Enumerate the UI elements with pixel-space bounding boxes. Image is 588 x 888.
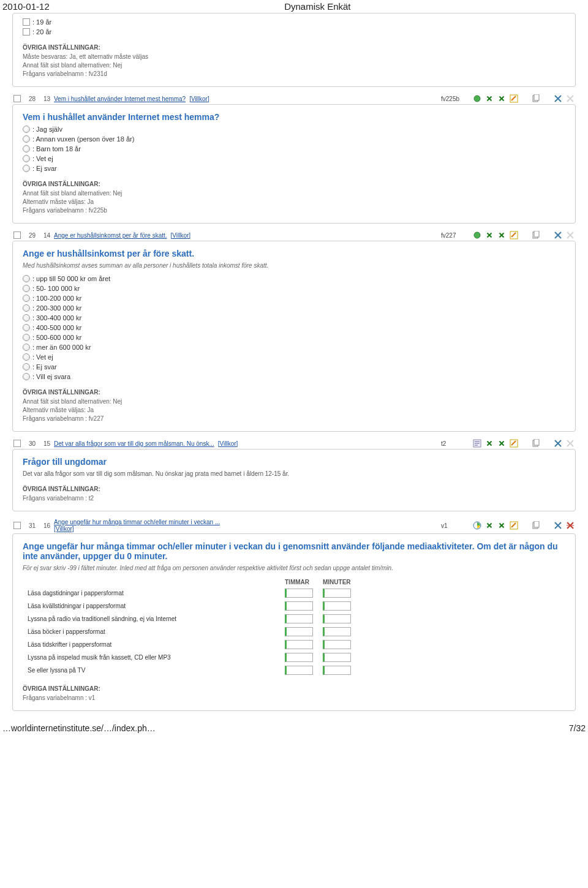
matrix-row-label: Se eller lyssna på TV [23,664,280,677]
copy-icon[interactable] [532,94,540,103]
radio-icon[interactable] [23,145,30,152]
hours-input[interactable] [285,589,313,598]
condition-link[interactable]: [Villkor] [189,96,209,102]
option-label: : Vet ej [32,353,53,361]
radio-icon[interactable] [23,304,30,312]
edit-icon[interactable] [510,439,518,448]
table-row: Läsa tidskrifter i pappersformat [23,638,356,651]
condition-link[interactable]: [Villkor] [171,232,191,239]
radio-icon[interactable] [23,155,30,162]
edit-icon[interactable] [510,94,518,103]
question-row: 30 15 Det var alla frågor som var till d… [12,438,576,449]
question-index: 30 [24,440,36,447]
radio-icon[interactable] [23,314,30,322]
option-label: : 500-600 000 kr [32,334,81,341]
question-link[interactable]: Ange er hushållsinkomst per år före skat… [54,232,167,239]
radio-icon[interactable] [23,334,30,341]
move-down-icon[interactable] [497,439,506,448]
minutes-input[interactable] [323,640,351,649]
move-down-icon[interactable] [497,521,506,530]
condition-link[interactable]: [Villkor] [54,525,220,532]
radio-icon[interactable] [23,363,30,371]
question-link[interactable]: Vem i hushållet använder Internet mest h… [54,96,186,102]
option-label: : Annan vuxen (person över 18 år) [32,135,134,143]
minutes-input[interactable] [323,666,351,675]
question-index: 29 [24,232,36,239]
checkbox-icon[interactable] [23,28,30,36]
minutes-input[interactable] [323,614,351,623]
minutes-input[interactable] [323,589,351,598]
radio-icon[interactable] [23,285,30,292]
question-heading: Frågor till ungdomar [23,457,565,467]
option-label: : Ej svar [32,363,57,371]
delete-icon[interactable] [554,521,562,530]
list-item: : Annan vuxen (person över 18 år) [23,135,565,143]
checkbox-icon[interactable] [23,18,30,26]
svg-rect-14 [534,439,539,445]
question-row: 28 13 Vem i hushållet använder Internet … [12,93,576,104]
matrix-row-label: Lyssna på radio via traditionell sändnin… [23,612,280,625]
select-checkbox[interactable] [13,440,21,447]
settings-heading: ÖVRIGA INSTÄLLNINGAR: [23,44,565,51]
select-checkbox[interactable] [13,231,21,239]
question-link[interactable]: Ange ungefär hur många timmar och/eller … [54,519,220,525]
matrix-table: TIMMAR MINUTER Läsa dagstidningar i papp… [23,578,356,677]
hours-input[interactable] [285,601,313,611]
list-item: : Jag själv [23,126,565,133]
minutes-input[interactable] [323,601,351,611]
move-down-icon[interactable] [497,231,506,239]
copy-icon[interactable] [532,231,540,239]
radio-icon[interactable] [23,275,30,282]
copy-icon[interactable] [532,439,540,448]
move-up-icon[interactable] [485,521,494,530]
list-item: : 200-300 000 kr [23,304,565,312]
delete-alt-icon[interactable] [566,521,575,530]
copy-icon[interactable] [532,521,540,530]
hours-input[interactable] [285,653,313,662]
radio-icon[interactable] [23,373,30,380]
radio-icon[interactable] [23,165,30,172]
question-order: 16 [39,522,50,529]
delete-icon[interactable] [554,439,562,448]
radio-icon[interactable] [23,324,30,331]
settings-line: Alternativ måste väljas: Ja [23,198,565,205]
list-item: : 400-500 000 kr [23,324,565,331]
settings-heading: ÖVRIGA INSTÄLLNINGAR: [23,389,565,396]
option-label: : Barn tom 18 år [32,145,81,152]
delete-icon[interactable] [554,231,562,239]
edit-icon[interactable] [510,231,518,239]
move-down-icon[interactable] [497,94,506,103]
option-label: : Vet ej [32,155,53,162]
matrix-row-label: Läsa tidskrifter i pappersformat [23,638,280,651]
select-checkbox[interactable] [13,522,21,529]
radio-icon[interactable] [23,353,30,361]
minutes-input[interactable] [323,627,351,636]
header-title: Dynamisk Enkät [50,1,586,12]
list-item: : 20 år [23,28,565,36]
hours-input[interactable] [285,666,313,675]
delete-icon[interactable] [554,94,562,103]
move-up-icon[interactable] [485,439,494,448]
question-index: 28 [24,96,36,102]
panel-q28: Vem i hushållet använder Internet mest h… [12,104,576,224]
move-up-icon[interactable] [485,231,494,239]
radio-icon[interactable] [23,344,30,351]
hours-input[interactable] [285,627,313,636]
radio-icon[interactable] [23,126,30,133]
delete-disabled-icon [566,231,575,239]
question-link[interactable]: Det var alla frågor som var till dig som… [54,440,214,447]
panel-q29: Ange er hushållsinkomst per år före skat… [12,241,576,432]
radio-icon[interactable] [23,135,30,143]
hours-input[interactable] [285,614,313,623]
panel-q31: Ange ungefär hur många timmar och/eller … [12,533,576,711]
select-checkbox[interactable] [13,95,21,102]
condition-link[interactable]: [Villkor] [218,440,238,447]
settings-line: Frågans variabelnamn : v1 [23,694,565,701]
radio-icon[interactable] [23,295,30,302]
edit-icon[interactable] [510,521,518,530]
move-up-icon[interactable] [485,94,494,103]
matrix-type-icon [473,521,481,530]
minutes-input[interactable] [323,653,351,662]
hours-input[interactable] [285,640,313,649]
table-row: Lyssna på inspelad musik från kassett, C… [23,651,356,664]
